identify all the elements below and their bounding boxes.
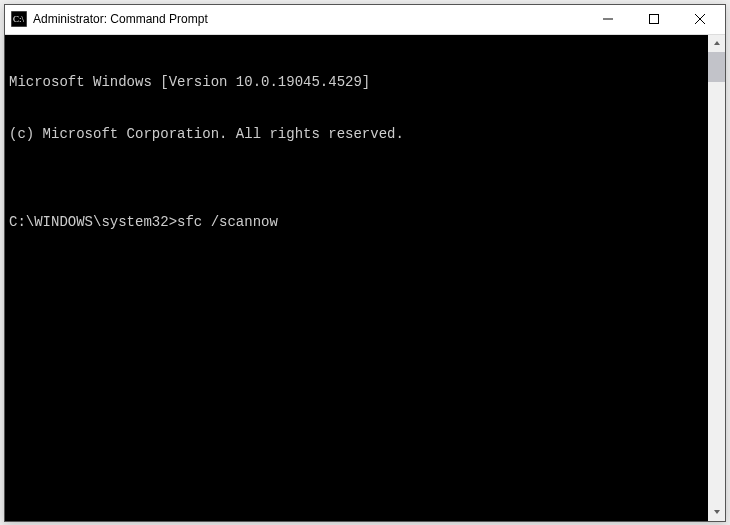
- window-title: Administrator: Command Prompt: [33, 12, 585, 26]
- svg-text:C:\: C:\: [13, 14, 25, 24]
- version-line: Microsoft Windows [Version 10.0.19045.45…: [9, 74, 704, 92]
- window-controls: [585, 4, 723, 34]
- scroll-down-button[interactable]: [708, 504, 725, 521]
- command-prompt-window: C:\ Administrator: Command Prompt Micros…: [4, 4, 726, 522]
- console-area: Microsoft Windows [Version 10.0.19045.45…: [5, 35, 725, 521]
- command-text: sfc /scannow: [177, 214, 278, 232]
- scroll-up-button[interactable]: [708, 35, 725, 52]
- vertical-scrollbar[interactable]: [708, 35, 725, 521]
- prompt-text: C:\WINDOWS\system32>: [9, 214, 177, 232]
- maximize-button[interactable]: [631, 4, 677, 34]
- cmd-icon: C:\: [11, 11, 27, 27]
- close-button[interactable]: [677, 4, 723, 34]
- minimize-button[interactable]: [585, 4, 631, 34]
- prompt-line: C:\WINDOWS\system32>sfc /scannow: [9, 214, 704, 232]
- console-output[interactable]: Microsoft Windows [Version 10.0.19045.45…: [5, 35, 708, 521]
- copyright-line: (c) Microsoft Corporation. All rights re…: [9, 126, 704, 144]
- svg-rect-3: [650, 15, 659, 24]
- titlebar[interactable]: C:\ Administrator: Command Prompt: [5, 5, 725, 35]
- scroll-thumb[interactable]: [708, 52, 725, 82]
- scroll-track[interactable]: [708, 52, 725, 504]
